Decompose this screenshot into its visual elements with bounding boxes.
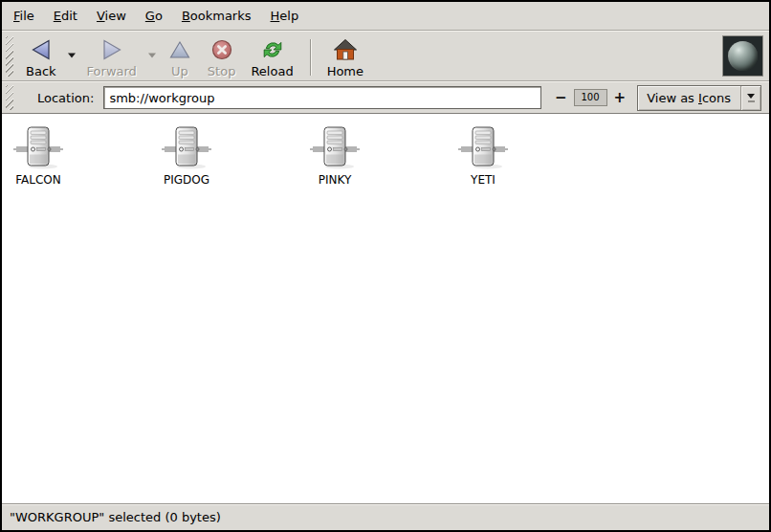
server-label: PIGDOG [164,173,209,187]
menu-file[interactable]: File [4,2,44,30]
main-toolbar: Back Forward Up [2,31,769,81]
stop-label: Stop [208,64,236,78]
status-text: "WORKGROUP" selected (0 bytes) [10,510,221,524]
home-button[interactable]: Home [319,33,371,80]
view-as-text: View as [647,91,698,105]
server-label: YETI [471,173,496,187]
reload-label: Reload [251,64,293,78]
menu-label: dit [61,9,77,23]
zoom-level-indicator[interactable]: 100 [574,89,607,106]
stop-button[interactable]: Stop [200,33,244,80]
menu-bookmarks[interactable]: Bookmarks [172,2,261,30]
network-server-icon [160,124,213,170]
view-as-text: cons [702,91,731,105]
toolbar-separator [310,39,311,76]
location-input[interactable] [103,86,541,109]
menu-label: G [145,9,155,23]
server-item-pigdog[interactable]: PIGDOG [150,124,223,187]
server-label: PINKY [319,173,352,187]
location-bar: Location: − 100 + View as Icons [2,81,769,114]
back-button[interactable]: Back [18,33,64,80]
caret-down-icon [747,94,755,99]
throbber [722,35,763,77]
status-bar: "WORKGROUP" selected (0 bytes) [2,503,769,530]
forward-label: Forward [87,64,137,78]
menu-label: iew [105,9,126,23]
server-item-falcon[interactable]: FALCON [2,124,75,187]
stop-icon [209,37,234,62]
server-item-pinky[interactable]: PINKY [298,124,371,187]
view-as-dropdown[interactable]: View as Icons [637,85,761,111]
menu-go[interactable]: Go [136,2,172,30]
caret-dash [748,100,755,102]
zoom-controls: − 100 + [555,89,626,106]
menubar: File Edit View Go Bookmarks Help [2,2,769,31]
network-server-icon [11,124,65,170]
up-label: Up [171,64,188,78]
server-item-yeti[interactable]: YETI [447,124,519,187]
up-icon [167,37,192,62]
location-label: Location: [37,91,94,105]
home-label: Home [327,64,363,78]
menu-label: V [97,9,105,23]
menu-label: E [54,9,61,23]
back-label: Back [26,64,56,78]
home-icon [333,37,358,62]
file-manager-window: File Edit View Go Bookmarks Help Back Fo… [0,0,771,532]
locationbar-grip[interactable] [6,85,13,110]
zoom-in-button[interactable]: + [614,91,627,105]
reload-button[interactable]: Reload [243,33,300,80]
server-label: FALCON [15,173,61,187]
menu-label: B [182,9,190,23]
menu-label: ookmarks [190,9,252,23]
icon-view[interactable]: FALCON PIGDOG [2,114,769,503]
reload-icon [260,37,285,62]
menu-edit[interactable]: Edit [44,2,87,30]
forward-icon [99,37,124,62]
zoom-out-button[interactable]: − [555,91,567,105]
menu-view[interactable]: View [87,2,136,30]
forward-button[interactable]: Forward [79,33,144,80]
toolbar-grip[interactable] [6,36,13,77]
menu-label: elp [279,9,298,23]
back-history-dropdown[interactable] [64,53,79,58]
menu-label: o [155,9,163,23]
network-server-icon [308,124,362,170]
throbber-sphere-icon [728,41,758,71]
forward-history-dropdown[interactable] [144,53,160,58]
menu-label: ile [20,9,34,23]
menu-label: H [271,9,280,23]
dropdown-arrow-icon [740,86,760,110]
up-button[interactable]: Up [160,33,200,80]
view-as-label: View as Icons [638,86,740,110]
network-server-icon [456,124,510,170]
menu-help[interactable]: Help [261,2,309,30]
back-icon [29,37,54,62]
